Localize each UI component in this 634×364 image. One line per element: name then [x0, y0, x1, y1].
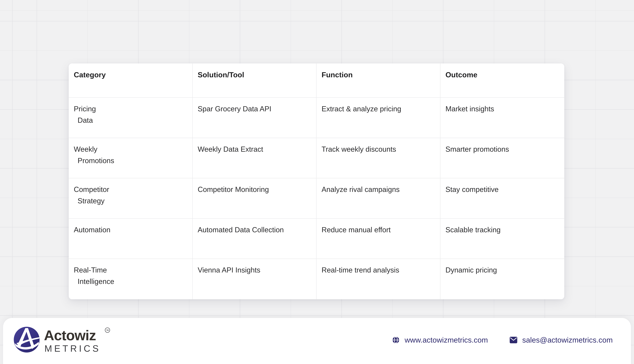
- actowiz-logo-icon: [13, 326, 40, 353]
- table-row-category: Automation: [69, 219, 193, 259]
- website-link[interactable]: www.actowizmetrics.com: [405, 336, 488, 344]
- table-cell-solution: Spar Grocery Data API: [193, 98, 317, 138]
- category-line: Real-Time: [74, 266, 107, 274]
- globe-icon: [392, 336, 400, 344]
- table-cell-solution: Competitor Monitoring: [193, 178, 317, 219]
- brand-subtitle: METRICS: [45, 344, 101, 353]
- mail-icon: [509, 336, 517, 344]
- email-link[interactable]: sales@actowizmetrics.com: [522, 336, 613, 344]
- table-cell-function: Track weekly discounts: [316, 138, 440, 178]
- category-line: Competitor: [74, 185, 109, 194]
- table-cell-function: Real-time trend analysis: [316, 259, 440, 299]
- category-line: Pricing: [74, 105, 96, 113]
- category-line: Promotions: [78, 155, 188, 166]
- category-line: Data: [78, 114, 188, 126]
- table-cell-solution: Weekly Data Extract: [193, 138, 317, 178]
- table-cell-function: Analyze rival campaigns: [316, 178, 440, 219]
- comparison-table: Category Solution/Tool Function Outcome …: [69, 64, 564, 299]
- table-cell-outcome: Market insights: [440, 98, 564, 138]
- header-cell-category: Category: [69, 64, 193, 98]
- table-cell-outcome: Stay competitive: [440, 178, 564, 219]
- table-cell-function: Extract & analyze pricing: [316, 98, 440, 138]
- table-cell-solution: Vienna API Insights: [193, 259, 317, 299]
- trademark-badge: TM: [105, 328, 110, 333]
- table-row-category: Weekly Promotions: [69, 138, 193, 178]
- header-cell-function: Function: [316, 64, 440, 98]
- brand-name: Actowiz: [44, 328, 96, 342]
- email-contact: sales@actowizmetrics.com: [509, 336, 613, 344]
- header-cell-solution: Solution/Tool: [193, 64, 317, 98]
- table-cell-solution: Automated Data Collection: [193, 219, 317, 259]
- table-cell-outcome: Dynamic pricing: [440, 259, 564, 299]
- category-line: Automation: [74, 226, 110, 234]
- table-row-category: Competitor Strategy: [69, 178, 193, 219]
- table-row-category: Pricing Data: [69, 98, 193, 138]
- table-row-category: Real-Time Intelligence: [69, 259, 193, 299]
- category-line: Intelligence: [78, 276, 188, 287]
- header-cell-outcome: Outcome: [440, 64, 564, 98]
- table-cell-outcome: Smarter promotions: [440, 138, 564, 178]
- category-line: Weekly: [74, 145, 97, 153]
- category-line: Strategy: [78, 195, 188, 206]
- footer-bar: Actowiz TM METRICS www.actowizmetrics.co…: [3, 318, 631, 364]
- page-background: Category Solution/Tool Function Outcome …: [0, 0, 634, 364]
- table-cell-outcome: Scalable tracking: [440, 219, 564, 259]
- table-cell-function: Reduce manual effort: [316, 219, 440, 259]
- website-contact: www.actowizmetrics.com: [392, 336, 488, 344]
